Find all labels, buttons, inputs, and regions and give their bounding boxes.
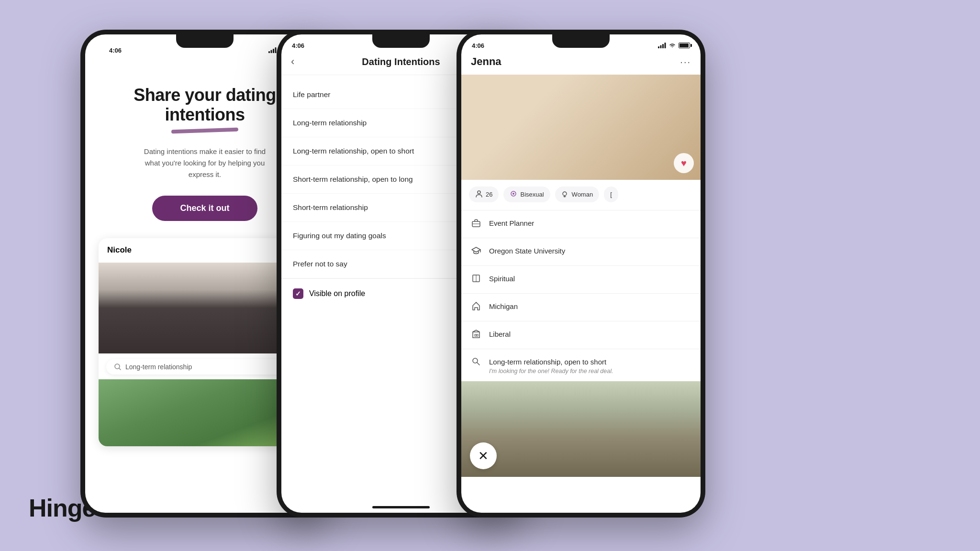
extra-chip-icon: [ bbox=[610, 191, 612, 198]
info-row-politics: Liberal bbox=[461, 322, 701, 348]
intentions-icon bbox=[470, 357, 482, 369]
phone-2-notch bbox=[372, 34, 430, 48]
card-tag-text: Long-term relationship bbox=[125, 363, 192, 371]
gender-symbol bbox=[561, 190, 569, 198]
phone-3-time: 4:06 bbox=[472, 42, 484, 49]
info-row-location: Michigan bbox=[461, 295, 701, 320]
gender-icon bbox=[561, 190, 569, 199]
svg-line-30 bbox=[477, 363, 479, 365]
age-chip: 26 bbox=[469, 187, 499, 202]
list-item-label: Long-term relationship, open to short bbox=[293, 147, 414, 155]
list-item-label: Short-term relationship bbox=[293, 203, 368, 212]
svg-rect-27 bbox=[475, 334, 476, 336]
visible-checkbox[interactable] bbox=[293, 288, 303, 299]
building-icon bbox=[471, 329, 481, 339]
phone-1-desc: Dating intentions make it easier to find… bbox=[143, 146, 267, 180]
hero-img-bg bbox=[461, 75, 701, 180]
card-tag: Long-term relationship bbox=[106, 359, 303, 375]
gender-chip: Woman bbox=[555, 187, 600, 202]
phone-3-screen: 4:06 bbox=[461, 34, 701, 513]
phone-3-status-icons bbox=[658, 43, 690, 48]
phone-3-content: 4:06 bbox=[461, 34, 701, 513]
phone-2-title: Dating Intentions bbox=[362, 56, 440, 67]
home-icon bbox=[471, 301, 481, 311]
search-intentions-icon bbox=[471, 357, 481, 366]
phone-1-notch bbox=[176, 34, 234, 48]
svg-rect-12 bbox=[662, 44, 664, 48]
back-button[interactable]: ‹ bbox=[291, 55, 294, 68]
profile-more-button[interactable]: ··· bbox=[680, 56, 691, 67]
check-it-out-button[interactable]: Check it out bbox=[152, 196, 257, 221]
info-row-intentions: Long-term relationship, open to short I'… bbox=[461, 350, 701, 381]
list-item-label: Figuring out my dating goals bbox=[293, 231, 386, 240]
extra-chip: [ bbox=[604, 187, 618, 202]
job-text: Event Planner bbox=[489, 218, 534, 228]
svg-marker-22 bbox=[472, 247, 480, 252]
briefcase-icon bbox=[471, 218, 481, 228]
school-text: Oregon State University bbox=[489, 246, 565, 256]
card-name: Nicole bbox=[107, 245, 132, 255]
phone-1-time: 4:06 bbox=[109, 47, 122, 54]
divider bbox=[461, 293, 701, 294]
dog-photo-bg bbox=[461, 381, 701, 477]
svg-rect-3 bbox=[275, 47, 277, 53]
divider bbox=[461, 265, 701, 266]
person-icon bbox=[475, 190, 483, 198]
profile-chips: 26 Bisexual bbox=[461, 180, 701, 209]
book-icon bbox=[471, 274, 481, 283]
sexuality-chip: Bisexual bbox=[503, 187, 550, 202]
dislike-button[interactable]: ✕ bbox=[470, 442, 497, 469]
svg-line-5 bbox=[119, 368, 121, 370]
list-item-label: Prefer not to say bbox=[293, 260, 347, 268]
signal-icon bbox=[268, 47, 277, 53]
sexuality-value: Bisexual bbox=[520, 191, 544, 198]
profile-bottom-image: ✕ bbox=[461, 381, 701, 477]
info-row-school: Oregon State University bbox=[461, 239, 701, 264]
svg-rect-0 bbox=[268, 51, 270, 53]
like-button[interactable]: ♥ bbox=[674, 153, 694, 173]
svg-rect-2 bbox=[273, 49, 274, 53]
graduation-icon bbox=[471, 246, 481, 255]
location-icon bbox=[470, 301, 482, 313]
svg-rect-10 bbox=[658, 46, 659, 48]
visible-label: Visible on profile bbox=[309, 289, 365, 298]
divider bbox=[461, 321, 701, 321]
wifi-icon-3 bbox=[668, 43, 676, 48]
profile-name: Jenna bbox=[471, 55, 501, 68]
school-icon bbox=[470, 246, 482, 258]
location-text: Michigan bbox=[489, 301, 518, 311]
phone-3: 4:06 bbox=[457, 30, 705, 518]
svg-point-16 bbox=[512, 193, 514, 195]
svg-rect-28 bbox=[477, 334, 478, 336]
politics-icon bbox=[470, 329, 482, 341]
job-icon bbox=[470, 218, 482, 230]
svg-rect-1 bbox=[271, 50, 272, 54]
title-underline bbox=[171, 127, 238, 133]
gender-value: Woman bbox=[572, 191, 593, 198]
religion-icon bbox=[470, 274, 482, 286]
phone-3-notch bbox=[552, 34, 610, 48]
profile-header: Jenna ··· bbox=[461, 52, 701, 75]
age-value: 26 bbox=[486, 191, 492, 198]
intentions-text-block: Long-term relationship, open to short I'… bbox=[489, 357, 613, 375]
battery-icon-3 bbox=[679, 43, 690, 48]
svg-rect-13 bbox=[665, 43, 666, 48]
search-icon bbox=[114, 363, 122, 371]
list-item-label: Short-term relationship, open to long bbox=[293, 175, 413, 184]
rainbow-icon bbox=[510, 190, 517, 198]
info-row-religion: Spiritual bbox=[461, 267, 701, 292]
signal-icon-3 bbox=[658, 43, 666, 48]
svg-point-14 bbox=[478, 191, 480, 194]
list-item-label: Life partner bbox=[293, 90, 330, 99]
divider bbox=[461, 238, 701, 238]
intentions-sub: I'm looking for the one! Ready for the r… bbox=[489, 368, 613, 375]
home-bar bbox=[372, 506, 430, 508]
divider bbox=[461, 349, 701, 349]
sexuality-icon bbox=[510, 190, 517, 199]
svg-point-17 bbox=[563, 192, 567, 196]
profile-hero-image: ♥ bbox=[461, 75, 701, 180]
age-icon bbox=[475, 190, 483, 199]
svg-rect-11 bbox=[660, 45, 662, 49]
intentions-text: Long-term relationship, open to short bbox=[489, 357, 613, 367]
info-row-job: Event Planner bbox=[461, 211, 701, 237]
